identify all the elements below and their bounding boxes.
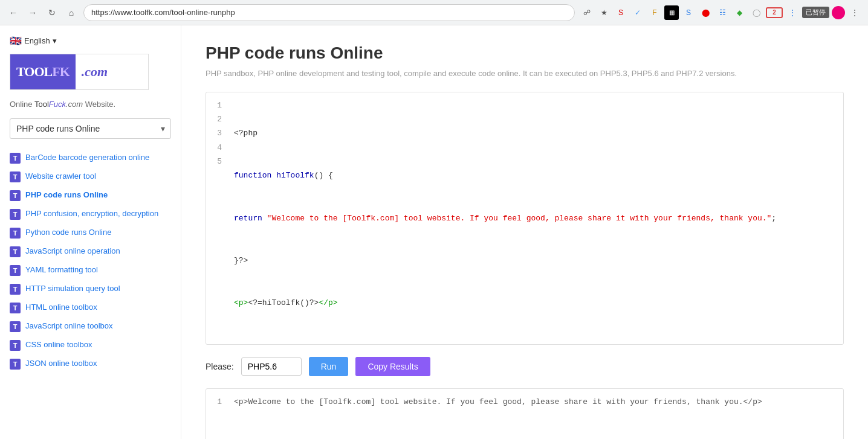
- address-bar[interactable]: https://www.toolfk.com/tool-online-runph…: [83, 4, 575, 21]
- ext9-icon[interactable]: ◯: [749, 5, 763, 20]
- lang-chevron-icon: ▾: [53, 36, 57, 45]
- nav-badge-yaml: T: [10, 265, 21, 276]
- page-layout: 🇬🇧 English ▾ TOOLFK .com Online ToolFuck…: [0, 25, 868, 439]
- browser-toolbar: ☍ ★ S ✓ F ▦ S ⬤ ☷ ◆ ◯ 2 ⋮ 已暂停 ⋮: [580, 5, 862, 20]
- home-button[interactable]: ⌂: [64, 5, 79, 20]
- ext3-icon[interactable]: F: [647, 5, 662, 20]
- output-line-numbers: 1: [206, 395, 228, 409]
- nav-item-python[interactable]: T Python code runs Online: [0, 223, 181, 242]
- logo-container: TOOLFK .com: [0, 54, 181, 95]
- nav-item-js[interactable]: T JavaScript online operation: [0, 242, 181, 261]
- logo-fk-text: FK: [52, 64, 70, 80]
- language-label: English: [24, 36, 50, 45]
- nav-label-php: PHP code runs Online: [25, 190, 108, 200]
- language-selector[interactable]: 🇬🇧 English ▾: [0, 35, 181, 54]
- translate-icon[interactable]: ☍: [580, 5, 594, 20]
- flag-icon: 🇬🇧: [10, 35, 22, 46]
- nav-label-yaml: YAML formatting tool: [25, 264, 98, 275]
- nav-badge-crawler: T: [10, 171, 21, 182]
- nav-badge-json: T: [10, 359, 21, 370]
- tagline-website: Website.: [83, 100, 115, 109]
- nav-badge-python: T: [10, 228, 21, 239]
- main-content: PHP code runs Online PHP sandbox, PHP on…: [181, 25, 868, 439]
- forward-button[interactable]: →: [25, 5, 40, 20]
- url-text: https://www.toolfk.com/tool-online-runph…: [91, 8, 235, 17]
- tagline-online: Online: [10, 100, 34, 109]
- ext4-icon[interactable]: ▦: [664, 5, 679, 20]
- nav-badge-php-enc: T: [10, 209, 21, 220]
- ext7-icon[interactable]: ☷: [715, 5, 730, 20]
- nav-item-http[interactable]: T HTTP simulation query tool: [0, 280, 181, 298]
- translate2-icon[interactable]: ⋮: [785, 5, 800, 20]
- ext5-icon[interactable]: S: [681, 5, 696, 20]
- nav-list: T BarCode barcode generation online T We…: [0, 149, 181, 373]
- ext2-icon[interactable]: ✓: [630, 5, 645, 20]
- nav-label-crawler: Website crawler tool: [25, 171, 96, 182]
- nav-badge-html: T: [10, 303, 21, 313]
- tool-select[interactable]: PHP code runs Online Python code runs On…: [10, 118, 171, 139]
- page-title: PHP code runs Online: [206, 43, 844, 63]
- nav-label-js: JavaScript online operation: [25, 246, 120, 257]
- nav-label-css: CSS online toolbox: [25, 339, 92, 350]
- nav-badge-js-toolbox: T: [10, 321, 21, 332]
- sidebar: 🇬🇧 English ▾ TOOLFK .com Online ToolFuck…: [0, 25, 181, 439]
- output-lines: <p>Welcome to the [Toolfk.com] tool webs…: [228, 395, 768, 409]
- reload-button[interactable]: ↻: [45, 5, 59, 20]
- logo-box[interactable]: TOOLFK .com: [10, 54, 149, 90]
- nav-label-http: HTTP simulation query tool: [25, 283, 120, 294]
- logo-tagline: Online ToolFuck.com Website.: [0, 95, 181, 118]
- version-input[interactable]: [241, 357, 302, 376]
- nav-badge-barcode: T: [10, 153, 21, 164]
- nav-item-php[interactable]: T PHP code runs Online: [0, 186, 181, 205]
- bookmark-icon[interactable]: ★: [597, 5, 611, 20]
- please-label: Please:: [206, 362, 234, 371]
- tagline-tool: Tool: [34, 100, 49, 109]
- ext1-icon[interactable]: S: [614, 5, 628, 20]
- nav-item-js-toolbox[interactable]: T JavaScript online toolbox: [0, 317, 181, 336]
- tool-dropdown[interactable]: PHP code runs Online Python code runs On…: [10, 118, 171, 139]
- nav-item-php-enc[interactable]: T PHP confusion, encryption, decryption: [0, 205, 181, 223]
- logo-com-text: .com: [82, 64, 108, 79]
- code-editor[interactable]: 1 2 3 4 5 <?php function hiToolfk() { re…: [206, 92, 844, 345]
- nav-item-json[interactable]: T JSON online toolbox: [0, 354, 181, 373]
- back-button[interactable]: ←: [6, 5, 21, 20]
- nav-item-crawler[interactable]: T Website crawler tool: [0, 167, 181, 186]
- copy-results-button[interactable]: Copy Results: [355, 357, 430, 376]
- nav-label-js-toolbox: JavaScript online toolbox: [25, 321, 113, 332]
- nav-label-python: Python code runs Online: [25, 227, 111, 238]
- nav-item-barcode[interactable]: T BarCode barcode generation online: [0, 149, 181, 167]
- nav-label-html: HTML online toolbox: [25, 302, 97, 313]
- nav-item-css[interactable]: T CSS online toolbox: [0, 336, 181, 354]
- nav-item-html[interactable]: T HTML online toolbox: [0, 298, 181, 317]
- logo-tool-text: TOOL: [16, 64, 52, 80]
- output-area: 1 <p>Welcome to the [Toolfk.com] tool we…: [206, 388, 844, 439]
- line-numbers: 1 2 3 4 5: [206, 98, 228, 339]
- tagline-com: .com: [66, 100, 83, 109]
- ext8-icon[interactable]: ◆: [732, 5, 747, 20]
- code-line-1: <?php: [234, 126, 837, 140]
- nav-label-barcode: BarCode barcode generation online: [25, 152, 149, 163]
- code-line-3: return "Welcome to the [Toolfk.com] tool…: [234, 211, 837, 225]
- nav-label-json: JSON online toolbox: [25, 358, 97, 369]
- menu-icon[interactable]: ⋮: [847, 5, 862, 20]
- nav-item-yaml[interactable]: T YAML formatting tool: [0, 261, 181, 280]
- avatar[interactable]: [832, 6, 845, 19]
- code-content[interactable]: <?php function hiToolfk() { return "Welc…: [228, 98, 843, 339]
- output-content: 1 <p>Welcome to the [Toolfk.com] tool we…: [206, 389, 843, 415]
- logo-left: TOOLFK: [10, 54, 76, 89]
- nav-badge-js: T: [10, 246, 21, 257]
- code-area: 1 2 3 4 5 <?php function hiToolfk() { re…: [206, 92, 843, 345]
- code-line-5: <p><?=hiToolfk()?></p>: [234, 296, 837, 310]
- run-button[interactable]: Run: [309, 357, 349, 376]
- browser-chrome: ← → ↻ ⌂ https://www.toolfk.com/tool-onli…: [0, 0, 868, 25]
- controls-bar: Please: Run Copy Results: [206, 357, 844, 376]
- nav-badge-php: T: [10, 190, 21, 201]
- ext6-icon[interactable]: ⬤: [698, 5, 713, 20]
- output-line-1: <p>Welcome to the [Toolfk.com] tool webs…: [234, 395, 762, 409]
- tagline-fuck: Fuck: [49, 100, 66, 109]
- nav-badge-css: T: [10, 340, 21, 351]
- logo-right: .com: [76, 59, 114, 85]
- nav-badge-http: T: [10, 284, 21, 295]
- nav-label-php-enc: PHP confusion, encryption, decryption: [25, 208, 158, 219]
- counter-badge: 2: [766, 7, 783, 18]
